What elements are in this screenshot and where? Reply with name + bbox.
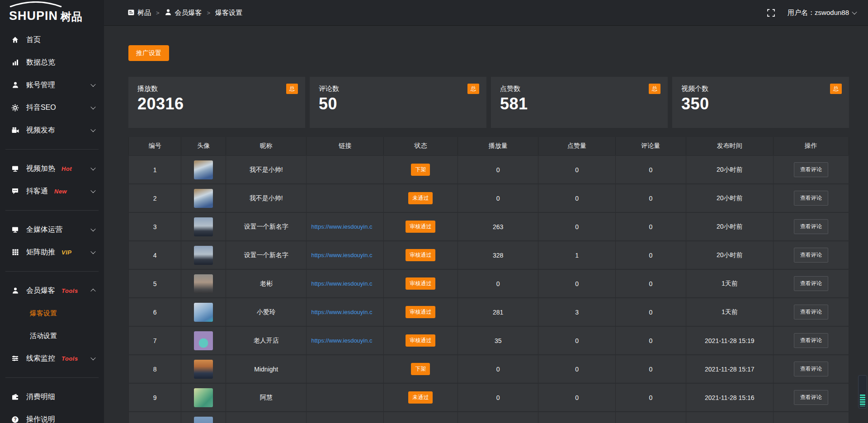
view-comments-button[interactable]: 查看评论: [794, 162, 828, 177]
cell-comments: [616, 412, 686, 423]
chevron-down-icon: [91, 250, 95, 254]
sidebar-item-video-publish[interactable]: 视频发布: [0, 119, 104, 141]
breadcrumb-item-baoke-settings[interactable]: 爆客设置: [215, 9, 242, 17]
cell-status: 审核通过: [384, 213, 458, 240]
scroll-widget[interactable]: [858, 375, 867, 409]
cell-action: 查看评论: [774, 384, 849, 411]
sidebar-divider: [5, 210, 99, 211]
view-comments-button[interactable]: 查看评论: [794, 219, 828, 234]
user-icon: [11, 81, 19, 89]
column-header: 点赞量: [538, 137, 615, 155]
sidebar-item-account-management[interactable]: 账号管理: [0, 74, 104, 96]
sidebar-item-matrix-boost[interactable]: 矩阵助推VIP: [0, 241, 104, 263]
table-row: 6小爱玲https://www.iesdouyin.c审核通过281301天前查…: [128, 297, 849, 326]
sidebar-item-all-media-operation[interactable]: 全媒体运营: [0, 218, 104, 241]
username-menu[interactable]: 用户名：zswodun88: [788, 9, 856, 17]
stat-card-value: 581: [500, 94, 659, 113]
cell-publish-time: 1天前: [686, 270, 774, 297]
video-link[interactable]: https://www.iesdouyin.c: [311, 337, 372, 344]
table-row: [128, 411, 849, 423]
sidebar-item-home[interactable]: 首页: [0, 28, 104, 51]
table-row: 7老人开店https://www.iesdouyin.c审核通过35002021…: [128, 326, 849, 354]
status-badge: 审核通过: [406, 306, 435, 318]
cell-link: [307, 384, 383, 411]
cell-nickname: 老人开店: [226, 327, 307, 354]
stat-card-total-badge: 总: [467, 84, 479, 94]
sidebar-item-label: 视频发布: [26, 126, 55, 135]
sidebar-item-label: 抖客通: [26, 187, 48, 196]
fullscreen-icon[interactable]: [767, 9, 775, 17]
table-row: 8Midnight下架0002021-11-28 15:17查看评论: [128, 354, 849, 383]
view-comments-button[interactable]: 查看评论: [794, 191, 828, 206]
cell-id: [129, 412, 181, 423]
cell-comments: 0: [616, 355, 686, 383]
sidebar-item-operation-guide[interactable]: ?操作说明: [0, 408, 104, 423]
sidebar-item-douketong[interactable]: 抖客通New: [0, 180, 104, 202]
video-link[interactable]: https://www.iesdouyin.c: [311, 252, 372, 258]
breadcrumb-separator: >: [207, 9, 211, 16]
cell-likes: 3: [538, 298, 615, 326]
cell-id: 2: [129, 184, 181, 212]
sidebar-item-label: 全媒体运营: [26, 225, 62, 235]
cell-plays: 0: [458, 355, 538, 383]
avatar: [194, 217, 213, 236]
stat-card-value: 20316: [137, 94, 296, 113]
monitor-icon: [11, 226, 19, 234]
sidebar-item-video-heating[interactable]: 视频加热Hot: [0, 157, 104, 180]
column-header: 状态: [384, 137, 458, 155]
cell-id: 4: [129, 241, 181, 269]
sidebar-item-douyin-seo[interactable]: 抖音SEO: [0, 96, 104, 119]
breadcrumb-item-member-baoke[interactable]: 会员爆客: [165, 9, 202, 17]
view-comments-button[interactable]: 查看评论: [794, 362, 828, 376]
logo[interactable]: SHUPIN 树品: [0, 0, 104, 26]
status-badge: 审核通过: [406, 334, 435, 347]
view-comments-button[interactable]: 查看评论: [794, 333, 828, 348]
cell-comments: 0: [616, 184, 686, 212]
sidebar-subitem-activity-settings[interactable]: 活动设置: [0, 324, 104, 347]
cell-link: [307, 156, 383, 183]
breadcrumb: 树品>会员爆客>爆客设置: [128, 9, 242, 17]
wallet-icon: [11, 393, 19, 401]
cell-status: 未通过: [384, 184, 458, 212]
avatar: [194, 160, 213, 179]
video-link[interactable]: https://www.iesdouyin.c: [311, 280, 372, 287]
username-label: 用户名：zswodun88: [788, 9, 849, 17]
view-comments-button[interactable]: 查看评论: [794, 248, 828, 263]
cell-likes: 0: [538, 184, 615, 212]
cell-comments: 0: [616, 241, 686, 269]
sidebar-subitem-baoke-settings[interactable]: 爆客设置: [0, 302, 104, 324]
cell-nickname: Midnight: [226, 355, 307, 383]
video-link[interactable]: https://www.iesdouyin.c: [311, 223, 372, 230]
stat-card-2: 点赞数581总: [491, 77, 668, 128]
cell-action: 查看评论: [774, 213, 849, 240]
cell-comments: 0: [616, 384, 686, 411]
sidebar-item-consume-details[interactable]: 消费明细: [0, 385, 104, 408]
sidebar-divider: [5, 149, 99, 150]
cell-plays: 0: [458, 270, 538, 297]
view-comments-button[interactable]: 查看评论: [794, 276, 828, 291]
column-header: 操作: [774, 137, 849, 155]
cell-nickname: 设置一个新名字: [226, 241, 307, 269]
promo-settings-button[interactable]: 推广设置: [128, 45, 169, 61]
question-icon: ?: [11, 416, 19, 423]
cell-id: 9: [129, 384, 181, 411]
svg-text:?: ?: [14, 417, 16, 422]
sidebar-item-member-baoke[interactable]: 会员爆客Tools: [0, 279, 104, 302]
table-row: 5老彬https://www.iesdouyin.c审核通过0001天前查看评论: [128, 269, 849, 297]
sidebar-item-data-overview[interactable]: 数据总览: [0, 51, 104, 74]
avatar: [194, 417, 213, 423]
avatar: [194, 303, 213, 322]
chevron-down-icon: [91, 106, 95, 109]
sidebar-item-clue-monitor[interactable]: 线索监控Tools: [0, 347, 104, 370]
view-comments-button[interactable]: 查看评论: [794, 305, 828, 320]
table-row: 1我不是小帅!下架00020小时前查看评论: [128, 155, 849, 183]
column-header: 播放量: [458, 137, 538, 155]
logo-text-en: SHUPIN: [9, 10, 58, 22]
view-comments-button[interactable]: 查看评论: [794, 390, 828, 405]
sidebar-item-tag: New: [54, 188, 67, 195]
video-link[interactable]: https://www.iesdouyin.c: [311, 309, 372, 315]
stat-card-value: 50: [319, 94, 477, 113]
breadcrumb-item-shupin[interactable]: 树品: [128, 9, 151, 17]
cell-action: 查看评论: [774, 355, 849, 383]
stat-card-label: 视频个数: [681, 85, 840, 93]
